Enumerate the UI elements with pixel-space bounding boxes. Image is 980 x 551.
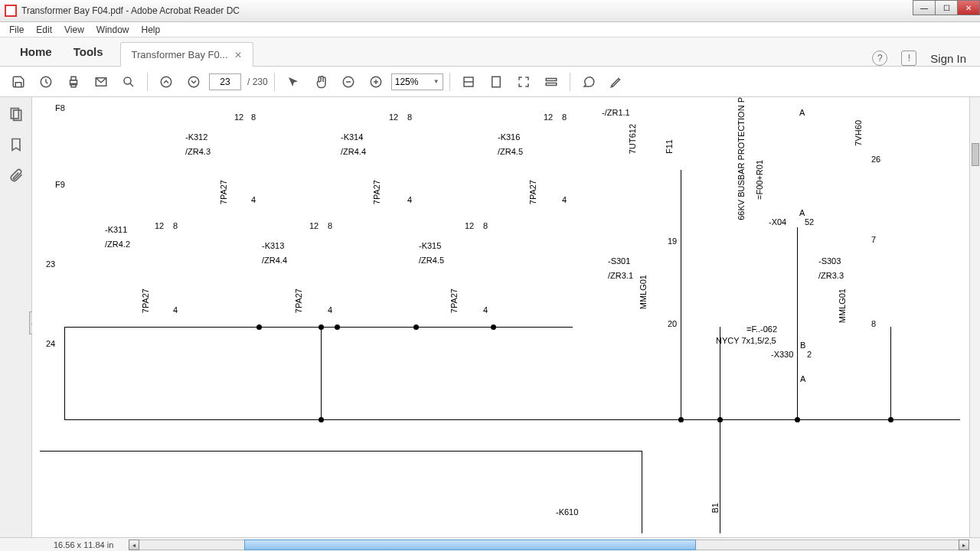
page-count: / 230 xyxy=(247,77,268,87)
label-7pa27-5: 7PA27 xyxy=(449,289,459,313)
label-8-6: 8 xyxy=(562,112,567,122)
fullscreen-icon[interactable] xyxy=(511,70,536,93)
page-dimensions: 16.56 x 11.84 in xyxy=(0,540,113,549)
menu-window[interactable]: Window xyxy=(90,23,136,37)
label-4-4: 4 xyxy=(407,195,412,204)
help-icon[interactable]: ? xyxy=(872,51,887,66)
print-icon[interactable] xyxy=(61,70,86,93)
maximize-button[interactable]: ☐ xyxy=(935,0,958,15)
label-7pa27-6: 7PA27 xyxy=(528,180,537,204)
menu-file[interactable]: File xyxy=(3,23,30,37)
label-b1: B1 xyxy=(710,503,720,513)
bookmark-icon[interactable] xyxy=(8,137,24,152)
close-button[interactable]: ✕ xyxy=(957,0,980,15)
fit-page-icon[interactable] xyxy=(484,70,508,93)
read-mode-icon[interactable] xyxy=(539,70,564,93)
horizontal-scrollbar[interactable]: ◂ ▸ xyxy=(129,540,969,550)
hscroll-thumb[interactable] xyxy=(244,540,696,550)
menu-view[interactable]: View xyxy=(58,23,90,37)
label-4-3: 4 xyxy=(328,305,332,315)
svg-point-7 xyxy=(161,77,172,87)
label-k610: -K610 xyxy=(556,507,578,517)
label-s301: -S301 xyxy=(608,256,630,266)
titlebar: Transformer Bay F04.pdf - Adobe Acrobat … xyxy=(0,0,980,22)
label-f8: F8 xyxy=(55,103,65,112)
label-8-3: 8 xyxy=(328,221,332,230)
label-a-2: A xyxy=(799,208,805,217)
label-7pa27-4: 7PA27 xyxy=(372,180,381,204)
label-k315: -K315 xyxy=(419,241,441,250)
fit-width-icon[interactable] xyxy=(456,70,481,93)
page-number-input[interactable] xyxy=(209,73,241,90)
schematic-diagram: F8 F9 23 24 -K311 /ZR4.2 7PA27 12 8 4 -K… xyxy=(32,97,969,537)
sign-in-button[interactable]: Sign In xyxy=(930,52,966,65)
label-s303: -S303 xyxy=(818,256,841,266)
label-b: B xyxy=(800,341,805,350)
minimize-button[interactable]: — xyxy=(913,0,936,15)
label-nycy: NYCY 7x1,5/2,5 xyxy=(716,336,776,345)
close-tab-icon[interactable]: ✕ xyxy=(234,50,242,60)
label-zr33: /ZR3.3 xyxy=(818,271,844,280)
search-icon[interactable] xyxy=(116,70,141,93)
label-mmlg-1: MMLG01 xyxy=(639,275,648,309)
label-zr42: /ZR4.2 xyxy=(105,240,130,249)
label-26: 26 xyxy=(871,155,880,164)
label-4-2: 4 xyxy=(251,195,256,204)
hand-icon[interactable] xyxy=(309,70,333,93)
label-k313: -K313 xyxy=(262,241,284,250)
zoom-in-icon[interactable] xyxy=(364,70,388,93)
vertical-scrollbar[interactable] xyxy=(969,97,980,537)
label-k312: -K312 xyxy=(185,132,207,142)
scroll-right-icon[interactable]: ▸ xyxy=(959,540,969,550)
label-19: 19 xyxy=(668,236,677,246)
tab-tools[interactable]: Tools xyxy=(63,39,114,66)
svg-point-8 xyxy=(188,77,199,87)
label-a-1: A xyxy=(799,108,805,117)
label-8-5: 8 xyxy=(483,221,488,230)
svg-rect-16 xyxy=(492,77,500,87)
chevron-down-icon: ▼ xyxy=(433,78,439,85)
toolbar: / 230 125%▼ xyxy=(0,67,980,97)
label-4-5: 4 xyxy=(483,305,488,315)
label-7ut612: 7UT612 xyxy=(628,124,637,154)
zoom-out-icon[interactable] xyxy=(336,70,361,93)
label-12-1: 12 xyxy=(155,221,164,230)
label-zr45a: /ZR4.5 xyxy=(419,256,444,265)
label-8-7: 8 xyxy=(871,319,876,328)
label-k316: -K316 xyxy=(498,132,520,142)
comment-icon[interactable] xyxy=(577,70,601,93)
select-icon[interactable] xyxy=(281,70,305,93)
sign-icon[interactable] xyxy=(604,70,629,93)
tab-home[interactable]: Home xyxy=(9,39,63,66)
label-f00: =F00+R01 xyxy=(755,160,764,200)
left-sidebar: ◂ xyxy=(0,97,32,537)
label-f062: =F..-062 xyxy=(746,324,777,334)
thumbnails-icon[interactable] xyxy=(8,106,24,122)
scroll-left-icon[interactable]: ◂ xyxy=(129,540,139,550)
attachment-icon[interactable] xyxy=(8,168,24,183)
cloud-icon[interactable] xyxy=(34,70,58,93)
page-down-icon[interactable] xyxy=(181,70,206,93)
label-12-6: 12 xyxy=(544,112,553,122)
app-logo-icon xyxy=(5,5,17,17)
menu-edit[interactable]: Edit xyxy=(30,23,58,37)
svg-rect-2 xyxy=(71,77,76,80)
label-zr43: /ZR4.3 xyxy=(185,147,211,156)
document-canvas[interactable]: F8 F9 23 24 -K311 /ZR4.2 7PA27 12 8 4 -K… xyxy=(32,97,969,537)
label-4-6: 4 xyxy=(562,195,567,204)
label-23: 23 xyxy=(46,259,55,269)
label-24: 24 xyxy=(46,339,55,348)
notifications-icon[interactable]: ! xyxy=(901,51,916,66)
save-icon[interactable] xyxy=(6,70,31,93)
label-12-3: 12 xyxy=(309,221,318,230)
label-8-4: 8 xyxy=(407,112,412,122)
page-up-icon[interactable] xyxy=(154,70,178,93)
tab-document[interactable]: Transformer Bay F0... ✕ xyxy=(120,42,253,67)
zoom-select[interactable]: 125%▼ xyxy=(391,73,443,90)
mail-icon[interactable] xyxy=(89,70,113,93)
scroll-thumb[interactable] xyxy=(972,143,979,166)
label-7pa27-3: 7PA27 xyxy=(294,289,303,313)
svg-rect-18 xyxy=(546,83,557,85)
menu-help[interactable]: Help xyxy=(136,23,167,37)
label-20: 20 xyxy=(668,319,677,328)
